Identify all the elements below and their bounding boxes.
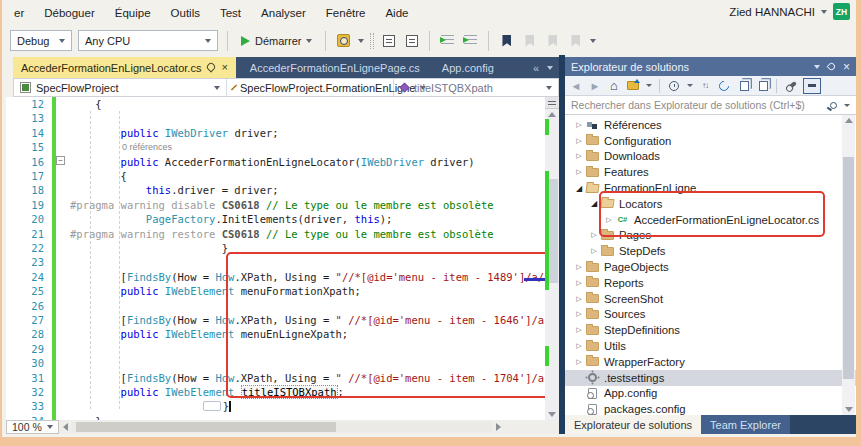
decrease-indent-icon[interactable] (439, 32, 456, 49)
tree-expander-icon[interactable]: ▷ (573, 310, 585, 318)
navigate-backward-doc-icon[interactable] (380, 32, 397, 49)
code-line[interactable]: [FindsBy(How = How.XPath, Using = "//*[@… (70, 270, 544, 284)
tree-expander-icon[interactable]: ▷ (573, 168, 585, 176)
dropdown-caret-icon[interactable] (844, 104, 850, 107)
code-line[interactable]: } (70, 399, 231, 413)
tab-scroll-left-icon[interactable]: « (533, 62, 539, 74)
tree-expander-icon[interactable]: ▷ (573, 279, 585, 287)
tree-item[interactable]: ▷WrapperFactory (565, 354, 856, 370)
tree-item[interactable]: ▷Downloads (565, 149, 856, 165)
sync-with-active-document-icon[interactable] (626, 78, 640, 94)
scroll-down-area[interactable] (545, 409, 559, 420)
tree-expander-icon[interactable]: ▷ (573, 326, 585, 334)
member-dropdown[interactable]: titleISTQBXpath (394, 79, 558, 96)
attach-to-process-icon[interactable] (335, 32, 352, 49)
tab-team-explorer[interactable]: Team Explorer (701, 415, 790, 434)
toggle-bookmark-icon[interactable] (498, 32, 515, 49)
tree-expander-icon[interactable]: ▷ (573, 358, 585, 366)
tree-expander-icon[interactable]: ▷ (588, 231, 600, 239)
tree-item[interactable]: ▷ScreenShot (565, 291, 856, 307)
tree-expander-icon[interactable]: ▷ (603, 216, 615, 224)
panel-title-bar[interactable]: Explorateur de solutions × (565, 57, 856, 76)
tree-item[interactable]: App.config (565, 386, 856, 402)
code-line[interactable]: PageFactory.InitElements(driver, this); (70, 212, 392, 226)
editor-vertical-scrollbar[interactable] (545, 97, 559, 420)
menu-item[interactable]: Aide (375, 3, 418, 23)
code-line[interactable]: { (70, 169, 127, 183)
menu-item[interactable]: Analyser (251, 3, 316, 23)
pin-icon[interactable] (827, 62, 837, 72)
menu-item[interactable]: Déboguer (34, 3, 105, 23)
code-line[interactable]: public IWebDriver driver; (70, 126, 279, 140)
code-line[interactable]: } (70, 241, 228, 255)
tree-item[interactable]: packages.config (565, 401, 856, 415)
document-tab[interactable]: AccederFormationEnLigneLocator.cs× (13, 57, 236, 78)
toolbar-drag-grip[interactable] (370, 33, 374, 49)
code-line[interactable]: public AccederFormationEnLigneLocator(IW… (70, 155, 475, 169)
tree-vertical-scrollbar[interactable] (842, 115, 855, 415)
tree-item[interactable]: ▷PageObjects (565, 259, 856, 275)
tree-expander-icon[interactable]: ◢ (588, 199, 600, 208)
tree-item[interactable]: ▷Sources (565, 307, 856, 323)
editor-horizontal-scrollbar[interactable] (72, 422, 492, 432)
code-line[interactable]: public IWebElement menuFormationXpath; (70, 284, 361, 298)
menu-item[interactable]: Équipe (105, 3, 161, 23)
menu-item[interactable]: Outils (161, 3, 210, 23)
close-icon[interactable]: × (843, 61, 850, 73)
code-line[interactable]: public IWebElement menuEnLigneXpath; (70, 327, 348, 341)
configuration-dropdown[interactable]: Debug (10, 30, 72, 51)
tab-solution-explorer[interactable]: Explorateur de solutions (565, 415, 701, 434)
increase-indent-icon[interactable] (462, 32, 479, 49)
code-line[interactable]: { (70, 97, 102, 111)
platform-dropdown[interactable]: Any CPU (78, 30, 218, 51)
tree-expander-icon[interactable]: ▷ (573, 137, 585, 145)
code-line[interactable]: [FindsBy(How = How.XPath, Using = " //*[… (70, 371, 544, 385)
preview-selected-items-icon[interactable] (755, 78, 769, 94)
tree-item[interactable]: ▷Références (565, 117, 856, 133)
tree-item[interactable]: ▷Pages (565, 228, 856, 244)
scroll-down-area[interactable] (842, 404, 855, 415)
tab-list-caret-icon[interactable] (547, 66, 553, 70)
back-icon[interactable]: ◄ (569, 78, 583, 94)
menu-item[interactable]: Test (210, 3, 251, 23)
search-icon[interactable] (830, 102, 837, 109)
account-dropdown-caret-icon[interactable] (821, 10, 827, 14)
document-tab[interactable]: AccederFormationEnLignePage.cs (242, 57, 428, 78)
scroll-down-icon[interactable] (548, 412, 556, 417)
dropdown-caret-icon[interactable] (646, 84, 652, 87)
tree-item[interactable]: ▷Features (565, 164, 856, 180)
start-debugging-button[interactable]: Démarrer (237, 30, 316, 52)
home-icon[interactable]: ⌂ (607, 78, 621, 94)
avatar[interactable]: ZH (833, 3, 850, 20)
menu-item[interactable]: er (4, 3, 34, 23)
splitter-handle[interactable] (545, 97, 559, 109)
code-line[interactable]: #pragma warning disable CS0618 // Le typ… (70, 198, 494, 212)
code-line[interactable]: this.driver = driver; (70, 183, 279, 197)
tree-item[interactable]: ▷StepDefinitions (565, 322, 856, 338)
window-position-caret-icon[interactable] (814, 65, 820, 69)
pin-icon[interactable] (206, 61, 217, 72)
account-name[interactable]: Zied HANNACHI (729, 6, 815, 18)
pending-changes-filter-icon[interactable] (667, 78, 681, 94)
tree-expander-icon[interactable]: ▷ (573, 263, 585, 271)
close-icon[interactable]: × (221, 62, 227, 73)
scrollbar-thumb[interactable] (843, 157, 854, 379)
code-line[interactable]: public IWebElement titleISTQBXpath; (70, 385, 344, 399)
tree-item[interactable]: ◢FormationEnLigne (565, 180, 856, 196)
previous-bookmark-icon[interactable] (521, 32, 538, 49)
zoom-dropdown[interactable]: 100 % (6, 420, 59, 434)
tree-item[interactable]: ▷Reports (565, 275, 856, 291)
toolbar-overflow-caret-icon[interactable] (590, 39, 596, 43)
scroll-right-icon[interactable] (496, 423, 501, 431)
code-line[interactable]: [FindsBy(How = How.XPath, Using = " //*[… (70, 313, 544, 327)
next-bookmark-icon[interactable] (544, 32, 561, 49)
tree-item[interactable]: ◢Locators (565, 196, 856, 212)
code-editor[interactable]: 1213141516171819202122232425262728293031… (6, 97, 559, 420)
dropdown-caret-icon[interactable] (687, 84, 693, 87)
project-dropdown[interactable]: SpecFlowProject (14, 79, 227, 96)
scroll-up-icon[interactable] (548, 112, 556, 117)
tree-expander-icon[interactable]: ▷ (573, 121, 585, 129)
type-dropdown[interactable]: SpecFlowProject.FormationEnLigne (227, 79, 394, 96)
codelens-references[interactable]: 0 références (122, 142, 172, 152)
navigate-forward-doc-icon[interactable] (403, 32, 420, 49)
